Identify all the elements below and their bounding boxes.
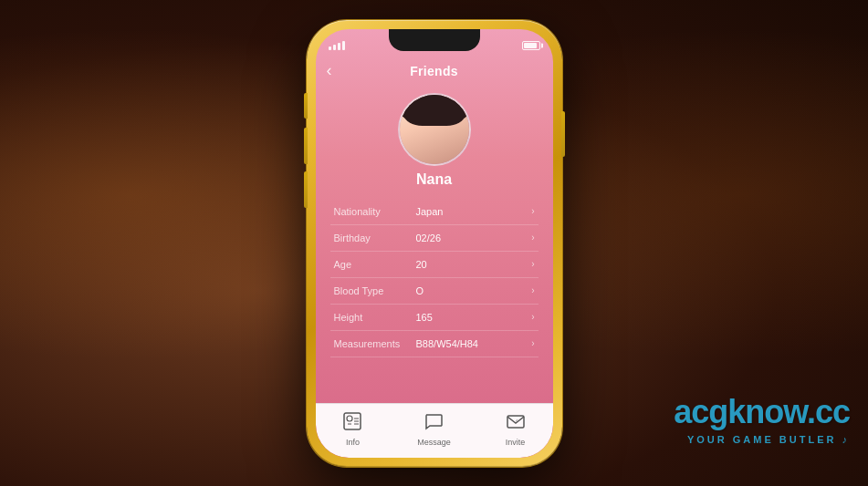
info-row-measurements[interactable]: Measurements B88/W54/H84 › (330, 331, 539, 357)
info-row-age[interactable]: Age 20 › (330, 252, 539, 278)
phone-shell: ‹ Friends Nana Nationality (307, 20, 562, 467)
message-tab-icon (424, 411, 444, 436)
label-bloodtype: Blood Type (334, 285, 416, 296)
svg-point-1 (347, 416, 352, 421)
silent-button (304, 93, 308, 119)
avatar-section: Nana (316, 86, 553, 199)
chevron-icon-nationality: › (531, 206, 534, 216)
chevron-icon-age: › (531, 259, 534, 269)
avatar-hair (400, 95, 469, 126)
label-nationality: Nationality (334, 206, 416, 217)
info-list: Nationality Japan › Birthday 02/26 › Age… (316, 199, 553, 357)
info-row-height[interactable]: Height 165 › (330, 305, 539, 331)
label-measurements: Measurements (334, 338, 416, 349)
phone-device: ‹ Friends Nana Nationality (307, 20, 562, 467)
svg-rect-6 (507, 416, 524, 428)
tab-invite[interactable]: Invite (506, 411, 526, 447)
notch (389, 29, 480, 51)
label-age: Age (334, 259, 416, 270)
chevron-icon-height: › (531, 312, 534, 322)
value-birthday: 02/26 (416, 233, 532, 243)
battery-icon (522, 41, 540, 50)
signal-bar-2 (333, 45, 336, 50)
chevron-icon-bloodtype: › (531, 285, 534, 295)
tab-invite-label: Invite (506, 438, 526, 447)
tab-info-label: Info (346, 438, 360, 447)
info-row-birthday[interactable]: Birthday 02/26 › (330, 225, 539, 252)
app-content: ‹ Friends Nana Nationality (316, 57, 553, 458)
signal-bar-1 (329, 47, 331, 50)
screen-title: Friends (410, 64, 458, 78)
volume-down-button (304, 171, 308, 208)
chevron-icon-birthday: › (531, 233, 534, 243)
signal-bar-4 (342, 41, 345, 50)
watermark-main: acgknow.cc (674, 393, 850, 431)
app-header: ‹ Friends (316, 57, 553, 86)
tab-message-label: Message (417, 438, 451, 447)
back-button[interactable]: ‹ (327, 61, 332, 80)
tab-info[interactable]: Info (342, 411, 362, 447)
battery-fill (524, 43, 537, 48)
character-name: Nana (416, 171, 452, 188)
value-bloodtype: O (416, 285, 532, 296)
phone-screen: ‹ Friends Nana Nationality (316, 29, 553, 458)
power-button (561, 111, 565, 157)
watermark-sub: YOUR GAME BUTLER ♪ (687, 434, 850, 445)
value-nationality: Japan (416, 206, 532, 217)
info-tab-icon (342, 411, 362, 436)
spacer (316, 357, 553, 403)
volume-up-button (304, 128, 308, 164)
value-measurements: B88/W54/H84 (416, 338, 532, 349)
signal-icon (329, 41, 345, 50)
invite-tab-icon (506, 411, 526, 436)
label-height: Height (334, 312, 416, 323)
avatar (398, 93, 471, 166)
info-row-nationality[interactable]: Nationality Japan › (330, 199, 539, 225)
tab-bar: Info Message (316, 403, 553, 458)
label-birthday: Birthday (334, 233, 416, 243)
info-row-bloodtype[interactable]: Blood Type O › (330, 278, 539, 305)
value-age: 20 (416, 259, 532, 270)
signal-bar-3 (338, 43, 340, 50)
tab-message[interactable]: Message (417, 411, 451, 447)
value-height: 165 (416, 312, 532, 323)
chevron-icon-measurements: › (531, 338, 534, 348)
avatar-face (400, 95, 469, 164)
